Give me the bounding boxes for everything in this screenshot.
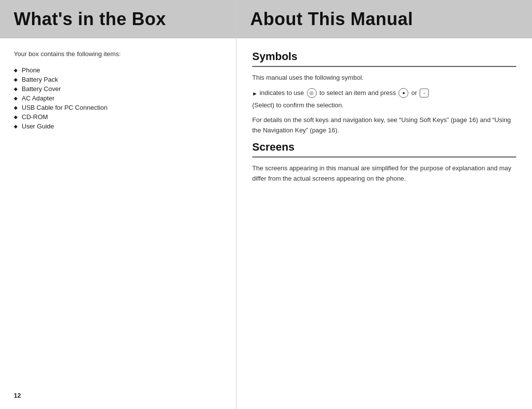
list-item: Battery Pack	[14, 75, 222, 84]
nav-icon: ◎	[307, 88, 317, 98]
page-layout: What's in the Box Your box contains the …	[0, 0, 532, 409]
list-item: Phone	[14, 65, 222, 75]
list-item: USB Cable for PC Connection	[14, 103, 222, 112]
screens-section: Screens The screens appearing in this ma…	[252, 141, 516, 184]
box-intro-text: Your box contains the following items:	[14, 50, 222, 58]
symbol-text: indicates to use ◎ to select an item and…	[260, 88, 430, 98]
list-item: CD-ROM	[14, 112, 222, 122]
whats-in-box-header: What's in the Box	[0, 0, 236, 38]
symbols-title: Symbols	[252, 50, 516, 67]
whats-in-box-title: What's in the Box	[14, 9, 222, 30]
select-confirm-text: (Select) to confirm the selection.	[252, 100, 516, 111]
list-item: Battery Cover	[14, 84, 222, 94]
about-manual-title: About This Manual	[250, 9, 518, 30]
cancel-icon: −	[420, 89, 429, 97]
select-icon: ●	[399, 88, 408, 98]
symbol-line: ► indicates to use ◎ to select an item a…	[252, 88, 516, 98]
symbols-body2: For details on the soft keys and navigat…	[252, 115, 516, 136]
list-item: AC Adapter	[14, 94, 222, 103]
whats-in-box-content: Your box contains the following items: P…	[0, 38, 236, 141]
screens-title: Screens	[252, 141, 516, 157]
screens-body1: The screens appearing in this manual are…	[252, 163, 516, 184]
symbols-section: Symbols This manual uses the following s…	[252, 50, 516, 136]
list-item: User Guide	[14, 122, 222, 131]
triangle-icon: ►	[252, 90, 258, 98]
symbols-body1: This manual uses the following symbol.	[252, 73, 516, 83]
left-column: What's in the Box Your box contains the …	[0, 0, 236, 409]
box-items-list: Phone Battery Pack Battery Cover AC Adap…	[14, 65, 222, 131]
about-manual-content: Symbols This manual uses the following s…	[236, 38, 532, 199]
about-manual-header: About This Manual	[236, 0, 532, 38]
right-column: About This Manual Symbols This manual us…	[236, 0, 532, 409]
page-number: 12	[14, 392, 21, 399]
